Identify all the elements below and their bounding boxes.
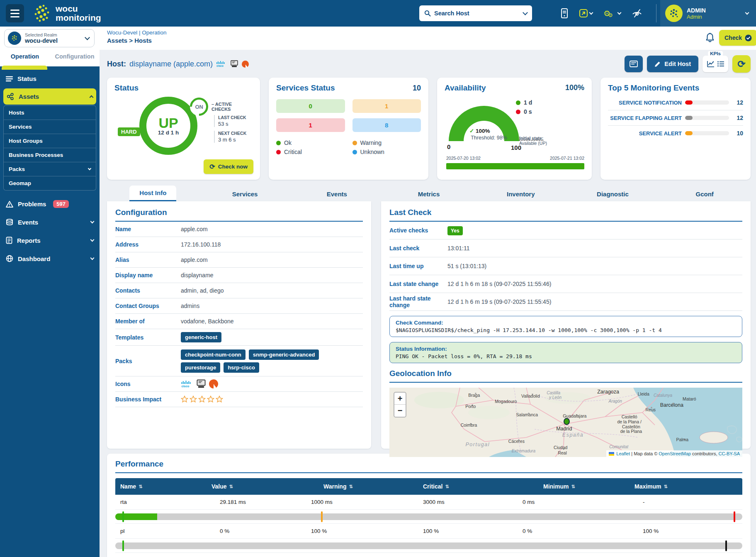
- kpis-toggle[interactable]: KPIs: [703, 56, 728, 72]
- host-tab[interactable]: Gconf: [659, 187, 751, 201]
- tab-configuration[interactable]: Configuration: [50, 50, 100, 66]
- openstreetmap-link[interactable]: OpenStreetMap: [659, 451, 691, 456]
- host-tab[interactable]: Events: [291, 187, 383, 201]
- performance-header-row: Name⇅Value⇅Warning⇅Critical⇅Minimum⇅Maxi…: [115, 478, 742, 495]
- host-report-button[interactable]: [625, 56, 643, 72]
- license-link[interactable]: CC-BY-SA: [718, 451, 740, 456]
- sidebar-item-status[interactable]: Status: [0, 70, 100, 88]
- column-header-sortable[interactable]: Maximum⇅: [630, 483, 668, 490]
- event-type-label: SERVICE ALERT: [608, 130, 682, 137]
- leaflet-link[interactable]: Leaflet: [616, 451, 630, 456]
- services-unknown-count[interactable]: 8: [352, 118, 421, 132]
- host-header-row: Host: displayname (apple.com) cisco Edit…: [107, 53, 751, 75]
- services-warning-count[interactable]: 1: [352, 99, 421, 113]
- sidebar-item-hosts[interactable]: Hosts: [4, 106, 96, 120]
- search-host-select[interactable]: Search Host: [419, 5, 532, 21]
- sidebar-item-host-groups[interactable]: Host Groups: [4, 134, 96, 148]
- column-header-sortable[interactable]: Value⇅: [207, 483, 318, 490]
- services-ok-count[interactable]: 0: [276, 99, 345, 113]
- realm-label: Selected Realm: [25, 32, 58, 37]
- performance-bar-row: [115, 510, 742, 524]
- host-tab[interactable]: Diagnostic: [567, 187, 659, 201]
- breadcrumb-realm-link[interactable]: Wocu-Devel | Operation: [107, 29, 167, 36]
- settings-gears-icon[interactable]: ⚙⚙: [603, 9, 621, 18]
- column-header-sortable[interactable]: Warning⇅: [318, 483, 418, 490]
- map-label: Real: [558, 449, 567, 456]
- host-tab[interactable]: Metrics: [383, 187, 475, 201]
- threshold-tick: [321, 511, 323, 522]
- sidebar-item-events[interactable]: Events: [0, 213, 100, 231]
- performance-table: Name⇅Value⇅Warning⇅Critical⇅Minimum⇅Maxi…: [115, 478, 742, 553]
- app: wocu monitoring Search Host ⚙⚙: [0, 0, 756, 557]
- pack-badge[interactable]: snmp-generic-advanced: [249, 349, 319, 360]
- workstation-icon: [230, 60, 238, 68]
- map-label: Catalunya: [654, 391, 672, 398]
- column-header-sortable[interactable]: Minimum⇅: [538, 483, 630, 490]
- threshold-tick: [734, 511, 735, 522]
- sidebar-item-reports[interactable]: Reports: [0, 231, 100, 249]
- tab-operation[interactable]: Operation: [0, 50, 50, 66]
- availability-timeline-bar[interactable]: [446, 163, 584, 169]
- logo-text-line2: monitoring: [56, 13, 101, 22]
- external-link-icon[interactable]: [579, 9, 593, 18]
- geolocation-map[interactable]: BragaMogadouroPortoValladolidCastillay L…: [389, 388, 742, 457]
- sidebar-item-services[interactable]: Services: [4, 120, 96, 134]
- realm-selector[interactable]: Selected Realm wocu-devel: [4, 29, 95, 47]
- host-tab[interactable]: Inventory: [475, 187, 567, 201]
- refresh-button[interactable]: ⟳: [732, 55, 751, 73]
- top5-row[interactable]: SERVICE FLAPPING ALERT 12: [608, 110, 743, 126]
- edit-host-label: Edit Host: [664, 61, 691, 67]
- check-command-box: Check Command: $NAGIOSPLUGINSDIR$/check_…: [389, 316, 742, 337]
- check-button[interactable]: Check: [719, 30, 756, 46]
- chevron-down-icon: [85, 35, 90, 40]
- column-header-sortable[interactable]: Name⇅: [115, 483, 207, 490]
- user-menu[interactable]: ADMIN Admin: [660, 0, 756, 27]
- host-tab[interactable]: Services: [199, 187, 291, 201]
- map-zoom-in-button[interactable]: +: [394, 393, 406, 405]
- hamburger-menu-icon[interactable]: [6, 4, 24, 22]
- config-row-templates: Templates generic-host: [115, 329, 363, 346]
- map-label: Cáceres: [508, 437, 525, 445]
- template-badge[interactable]: generic-host: [181, 332, 221, 342]
- edit-host-button[interactable]: Edit Host: [647, 56, 698, 72]
- star-icon: [216, 396, 223, 403]
- top5-row[interactable]: SERVICE ALERT 10: [608, 126, 743, 141]
- sidebar-item-business-processes[interactable]: Business Processes: [4, 148, 96, 162]
- services-critical-count[interactable]: 1: [276, 118, 345, 132]
- host-tab[interactable]: Host Info: [107, 186, 199, 201]
- pack-badge[interactable]: checkpoint-num-conn: [181, 349, 246, 360]
- console-icon[interactable]: [561, 8, 568, 18]
- event-bar-track: [685, 100, 729, 105]
- cisco-icon: cisco: [216, 61, 227, 67]
- last-check-row: Last check13:01:11: [389, 239, 742, 257]
- last-check-title: Last Check: [389, 208, 742, 222]
- pack-badge[interactable]: purestorage: [181, 362, 220, 373]
- last-check-row: Active checks Yes: [389, 222, 742, 239]
- ok-dot-icon: [276, 141, 281, 145]
- sidebar-item-dashboard[interactable]: Dashboard: [0, 249, 100, 268]
- config-row: Display namedisplayname: [115, 268, 363, 283]
- sidebar-tabs: Operation Configuration: [0, 50, 100, 66]
- threshold-tick: [122, 511, 124, 522]
- top5-row[interactable]: SERVICE NOTIFICATION 12: [608, 95, 743, 110]
- map-label: Valladolid: [521, 392, 540, 399]
- sidebar-item-packs[interactable]: Packs: [4, 162, 96, 176]
- chevron-down-icon: [90, 256, 95, 260]
- chevron-down-icon: [90, 237, 95, 242]
- sidebar-item-problems[interactable]: Problems 597: [0, 195, 100, 213]
- map-zoom-out-button[interactable]: −: [394, 405, 406, 417]
- sort-icon: ⇅: [229, 484, 233, 489]
- last-check-row: Last hard state change12 d 1 h 6 m 19 s …: [389, 293, 742, 311]
- pack-badge[interactable]: hsrp-cisco: [224, 362, 259, 373]
- logo-dots-icon: [33, 4, 52, 22]
- report-icon: [630, 61, 638, 67]
- column-header-sortable[interactable]: Critical⇅: [418, 483, 538, 490]
- notifications-bell-icon[interactable]: [705, 32, 715, 43]
- sidebar-item-geomap[interactable]: Geomap: [4, 176, 96, 190]
- check-now-button[interactable]: ⟳ Check now: [204, 159, 253, 174]
- next-check-stat: NEXT CHECK 3 m 6 s: [214, 131, 253, 143]
- hard-state-badge: HARD: [118, 127, 140, 136]
- sidebar-item-assets[interactable]: Assets: [3, 88, 96, 105]
- eye-slash-icon[interactable]: [632, 8, 642, 18]
- map-label: y León: [549, 393, 562, 401]
